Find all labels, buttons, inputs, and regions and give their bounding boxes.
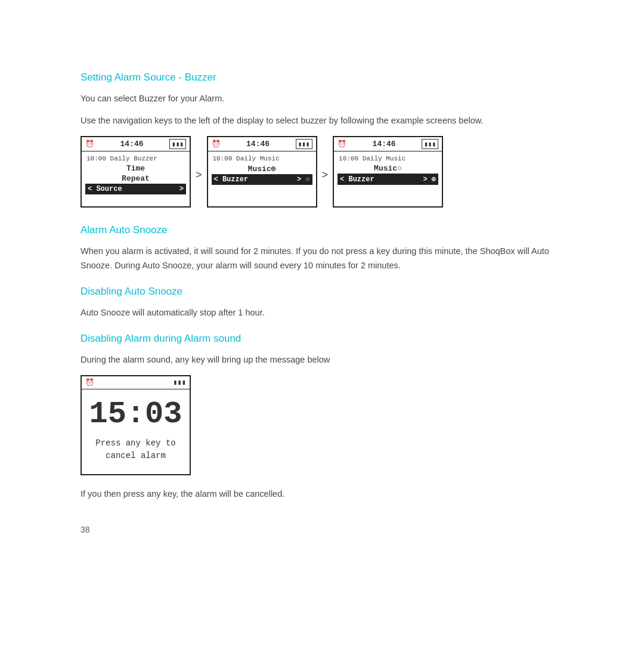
screen1-row2: Repeat [85, 174, 186, 184]
screen1-battery: ▮▮▮ [169, 139, 186, 149]
large-battery: ▮▮▮ [173, 378, 186, 387]
screen1-selected-row: < Source > [85, 184, 186, 194]
screen1-body: 10:00 Daily Buzzer Time Repeat < Source … [82, 151, 190, 206]
screen3-selected-row: < Buzzer > ⊕ [338, 174, 438, 185]
large-screen-body: 15:03 Press any key to cancel alarm [82, 389, 190, 474]
screen2-subtitle: 10:00 Daily Music [212, 154, 312, 163]
section4-after-para1: If you then press any key, the alarm wil… [80, 487, 564, 501]
section4-heading: Disabling Alarm during Alarm sound [80, 333, 564, 345]
device-screen-3: ⏰ 14:46 ▮▮▮ 10:00 Daily Music Music ○ < … [333, 136, 443, 208]
screen1-time: 14:46 [120, 140, 144, 148]
screen2-header: ⏰ 14:46 ▮▮▮ [208, 137, 316, 151]
device-screen-1: ⏰ 14:46 ▮▮▮ 10:00 Daily Buzzer Time Repe… [80, 136, 191, 208]
section4-para1: During the alarm sound, any key will bri… [80, 353, 564, 367]
section3-container: Disabling Auto Snooze Auto Snooze will a… [80, 286, 564, 320]
section3-para1: Auto Snooze will automatically stop afte… [80, 306, 564, 320]
screen2-row1: Music ⊕ [212, 163, 312, 174]
page-number: 38 [80, 525, 564, 534]
screen1-header: ⏰ 14:46 ▮▮▮ [82, 137, 190, 151]
screen2-body: 10:00 Daily Music Music ⊕ < Buzzer > ○ [208, 151, 316, 206]
section1-para2: Use the navigation keys to the left of t… [80, 114, 564, 128]
large-alarm-icon: ⏰ [85, 378, 94, 387]
screen2-time: 14:46 [246, 140, 270, 148]
screen1-row1: Time [85, 163, 186, 174]
section1-para1: You can select Buzzer for your Alarm. [80, 92, 564, 106]
screen3-alarm-icon: ⏰ [338, 140, 346, 148]
screen2-battery: ▮▮▮ [296, 139, 312, 149]
section1-heading: Setting Alarm Source - Buzzer [80, 72, 564, 83]
screens-row: ⏰ 14:46 ▮▮▮ 10:00 Daily Buzzer Time Repe… [80, 136, 564, 208]
large-device-screen: ⏰ ▮▮▮ 15:03 Press any key to cancel alar… [80, 375, 191, 475]
device-screen-2: ⏰ 14:46 ▮▮▮ 10:00 Daily Music Music ⊕ < … [207, 136, 317, 208]
large-screen-header: ⏰ ▮▮▮ [82, 376, 190, 389]
screen2-alarm-icon: ⏰ [212, 140, 221, 148]
section4-container: Disabling Alarm during Alarm sound Durin… [80, 333, 564, 367]
section2-container: Alarm Auto Snooze When you alarm is acti… [80, 224, 564, 272]
screen3-subtitle: 10:00 Daily Music [338, 154, 438, 163]
screen1-alarm-icon: ⏰ [85, 140, 94, 148]
screen3-time: 14:46 [373, 140, 396, 148]
section2-para1: When you alarm is activated, it will sou… [80, 245, 564, 272]
arrow-2: > [317, 169, 333, 181]
screen3-row1: Music ○ [338, 163, 438, 174]
large-message-line1: Press any key to cancel alarm [88, 437, 184, 462]
screen1-subtitle: 10:00 Daily Buzzer [85, 154, 186, 163]
large-time: 15:03 [88, 399, 184, 430]
arrow-1: > [191, 169, 207, 181]
section2-heading: Alarm Auto Snooze [80, 224, 564, 236]
section3-heading: Disabling Auto Snooze [80, 286, 564, 298]
screen3-header: ⏰ 14:46 ▮▮▮ [334, 137, 442, 151]
screen2-selected-row: < Buzzer > ○ [212, 174, 312, 185]
screen3-battery: ▮▮▮ [422, 139, 438, 149]
screen3-body: 10:00 Daily Music Music ○ < Buzzer > ⊕ [334, 151, 442, 206]
